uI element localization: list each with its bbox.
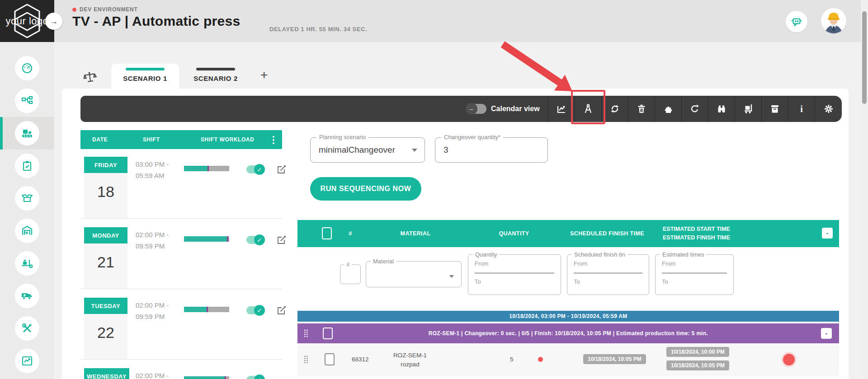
info-button[interactable]: i [788,96,815,122]
plugin-button[interactable] [655,96,681,122]
material-filter-select[interactable]: Material [366,261,462,287]
from-label: From [662,260,675,267]
date-card: TUESDAY 22 [84,298,127,359]
line-chart-icon [15,349,39,373]
day-number: 22 [97,324,114,359]
sidebar-item-delivery[interactable] [0,280,54,312]
page-title: TV - AP | Automatic press [72,14,241,29]
search-jobs-button[interactable] [708,96,735,122]
edit-shift-button[interactable] [277,164,287,174]
sidebar-item-forklift[interactable] [0,247,54,280]
sidebar-item-production-line[interactable] [0,117,54,150]
from-input-underline[interactable] [662,273,727,273]
job-quantity: 5 [510,356,514,363]
stock-box-button[interactable] [761,96,788,122]
dashboard-icon [15,56,39,80]
sidebar-item-maintenance[interactable] [0,312,54,345]
scale-compare-icon[interactable] [82,70,98,86]
trend-chart-icon [556,103,567,114]
day-number: 21 [97,253,114,289]
estimated-finish-chip: 10/18/2024, 10:05 PM [666,360,729,370]
material-cart-button[interactable] [735,96,761,122]
workload-overflow-marker [225,376,226,379]
forklift-icon [15,251,39,276]
edit-shift-button[interactable] [277,305,287,315]
job-id: 68312 [352,356,369,363]
shift-time-band: 10/18/2024, 03:00 PM - 10/19/2024, 05:59… [297,311,839,322]
from-input-underline[interactable] [475,273,554,273]
select-all-checkbox[interactable] [322,227,332,239]
workload-bar [184,236,229,242]
col-scheduled-finish: SCHEDULED FINISH TIME [570,230,644,237]
sidebar-collapse-button[interactable]: → [45,13,62,30]
shift-enabled-toggle[interactable]: ✓ [246,236,264,244]
sidebar-item-warehouse[interactable] [0,215,54,247]
chatbot-button[interactable] [786,11,807,33]
check-icon: ✓ [254,305,265,316]
settings-button[interactable] [815,96,842,122]
trash-icon [636,103,647,114]
workload-bar [184,166,229,171]
quantity-filter-label: Quantity [473,251,499,258]
chevron-down-icon [449,275,454,278]
drag-handle[interactable] [304,329,308,337]
process-flow-icon [15,89,39,113]
edit-shift-button[interactable] [277,235,287,245]
date-card: WEDNESDAY [84,368,129,379]
undo-icon [689,103,700,114]
id-filter-input[interactable]: # [340,264,361,284]
binoculars-icon [716,103,727,114]
row-checkbox[interactable] [325,353,335,365]
row-divider [80,289,282,289]
material-group-band: ROZ-SEM-1 | Changeover: 0 sec. | 0/5 | F… [297,323,839,343]
shift-enabled-toggle[interactable]: ✓ [246,306,264,314]
collapse-all-button[interactable]: - [822,228,833,239]
run-sequencing-button[interactable]: RUN SEQUENCING NOW [310,177,421,201]
group-checkbox[interactable] [323,328,333,339]
sidebar-item-process-flow[interactable] [0,84,54,117]
row-divider [80,359,282,360]
job-row[interactable]: 68312 ROZ-SEM-1rozpad 5 10/18/2024, 10:0… [297,343,839,376]
workload-bar [184,307,229,312]
col-shift: SHIFT [143,136,160,143]
sidebar-item-analytics[interactable] [0,345,54,377]
col-quantity: QUANTITY [499,230,529,237]
sidebar-item-tasks[interactable] [0,150,54,182]
col-num: # [349,230,352,237]
date-card: MONDAY 21 [84,227,127,289]
tab-scenario-2[interactable]: SCENARIO 2 [182,64,250,89]
user-avatar[interactable] [821,8,846,33]
quantity-filter[interactable]: Quantity From To [468,254,561,295]
group-collapse-button[interactable]: - [821,328,832,339]
to-label: To [574,278,580,285]
planning-scenario-select[interactable]: Planning scenario minimalChangeover [310,137,425,163]
tab-scenario-1[interactable]: SCENARIO 1 [111,64,179,89]
shift-enabled-toggle[interactable]: ✓ [246,376,264,379]
col-shift-workload: SHIFT WORKLOAD [201,136,254,143]
col-estimated-times: ESTIMATED START TIMEESTIMATED FINISH TIM… [663,225,730,242]
day-label: WEDNESDAY [84,368,129,379]
page-scrollbar-thumb[interactable] [862,11,867,104]
estimated-times-filter[interactable]: Estimated times From To [655,254,734,295]
from-input-underline[interactable] [574,273,642,273]
shift-table-header: DATE SHIFT SHIFT WORKLOAD [80,130,282,149]
tools-icon [15,316,39,341]
box-archive-icon [769,103,780,114]
drag-handle[interactable] [304,356,308,364]
calendar-view-toggle[interactable]: – [467,104,486,114]
delete-button[interactable] [628,96,655,122]
shift-enabled-toggle[interactable]: ✓ [246,165,264,173]
shift-table-menu-button[interactable] [272,135,275,145]
calendar-view-label: Calendar view [491,105,540,113]
info-icon: i [800,104,803,114]
planning-scenario-value: minimalChangeover [319,145,395,155]
sidebar-item-dashboard[interactable] [0,52,54,84]
day-number: 18 [97,183,114,218]
undo-button[interactable] [681,96,708,122]
group-summary: ROZ-SEM-1 | Changeover: 0 sec. | 0/5 | F… [429,330,708,337]
changeover-quantity-input[interactable]: Changeover quantity* 3 [435,137,548,163]
scheduled-finish-filter[interactable]: Scheduled finish tin From To [567,254,649,295]
add-scenario-button[interactable]: + [260,68,268,82]
chatbot-icon [790,15,803,28]
sidebar-item-packaging[interactable] [0,182,54,215]
